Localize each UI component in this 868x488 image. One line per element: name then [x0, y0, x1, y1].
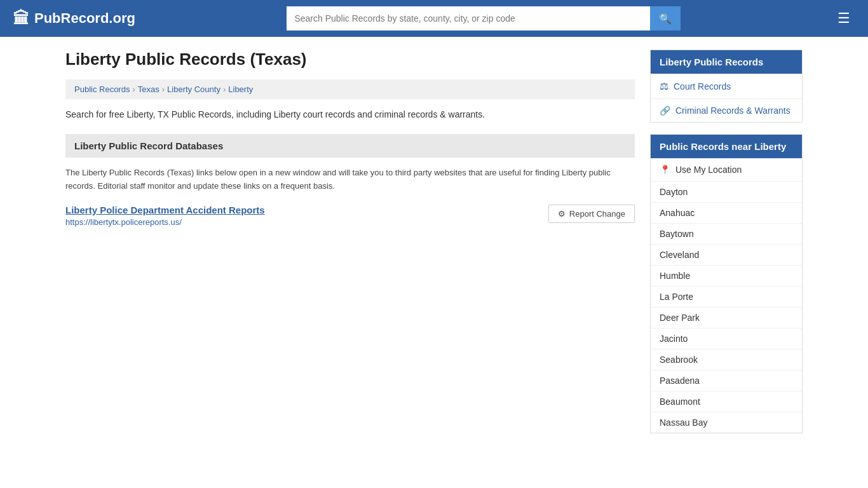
search-area: 🔍: [287, 6, 681, 30]
court-records-label: Court Records: [674, 81, 731, 92]
criminal-records-label: Criminal Records & Warrants: [675, 105, 790, 116]
link-icon: 🔗: [660, 105, 670, 116]
search-button[interactable]: 🔍: [650, 6, 681, 30]
breadcrumb-link-liberty-county[interactable]: Liberty County: [167, 85, 220, 94]
use-location-item[interactable]: 📍 Use My Location: [651, 158, 802, 182]
databases-description: The Liberty Public Records (Texas) links…: [65, 166, 635, 193]
use-location-label: Use My Location: [675, 165, 742, 175]
nearby-records-box-content: 📍 Use My Location DaytonAnahuacBaytownCl…: [651, 158, 802, 433]
report-change-button[interactable]: ⚙ Report Change: [548, 205, 635, 223]
liberty-records-box-content: ⚖ Court Records 🔗 Criminal Records & War…: [651, 74, 802, 122]
logo-icon: 🏛: [13, 9, 29, 29]
scales-icon: ⚖: [660, 80, 668, 92]
record-entry: Liberty Police Department Accident Repor…: [65, 205, 635, 227]
sidebar-item-criminal-records[interactable]: 🔗 Criminal Records & Warrants: [651, 99, 802, 122]
nearby-city-item[interactable]: Dayton: [651, 182, 802, 203]
record-info: Liberty Police Department Accident Repor…: [65, 205, 265, 227]
location-pin-icon: 📍: [660, 165, 670, 175]
nearby-records-box: Public Records near Liberty 📍 Use My Loc…: [650, 134, 803, 433]
search-input[interactable]: [287, 6, 650, 30]
nearby-city-item[interactable]: Humble: [651, 266, 802, 287]
report-change-icon: ⚙: [558, 209, 566, 219]
nearby-city-item[interactable]: Pasadena: [651, 370, 802, 391]
record-title-link[interactable]: Liberty Police Department Accident Repor…: [65, 205, 265, 215]
site-header: 🏛 PubRecord.org 🔍 ☰: [0, 0, 868, 37]
logo-text: PubRecord.org: [34, 10, 135, 27]
breadcrumb-link-liberty[interactable]: Liberty: [228, 85, 253, 94]
nearby-city-item[interactable]: La Porte: [651, 287, 802, 308]
liberty-records-box: Liberty Public Records ⚖ Court Records 🔗…: [650, 50, 803, 123]
site-logo[interactable]: 🏛 PubRecord.org: [13, 9, 135, 29]
record-url-link[interactable]: https://libertytx.policereports.us/: [65, 217, 265, 227]
nearby-city-item[interactable]: Beaumont: [651, 391, 802, 412]
breadcrumb-link-public-records[interactable]: Public Records: [74, 85, 130, 94]
sidebar: Liberty Public Records ⚖ Court Records 🔗…: [650, 50, 803, 445]
breadcrumb-link-texas[interactable]: Texas: [138, 85, 159, 94]
page-description: Search for free Liberty, TX Public Recor…: [65, 108, 635, 121]
nearby-city-item[interactable]: Seabrook: [651, 349, 802, 370]
nearby-city-item[interactable]: Jacinto: [651, 329, 802, 349]
menu-button[interactable]: ☰: [832, 8, 855, 29]
breadcrumb: Public Records › Texas › Liberty County …: [65, 79, 635, 99]
databases-section-header: Liberty Public Record Databases: [65, 134, 635, 158]
main-content: Liberty Public Records (Texas) Public Re…: [65, 50, 635, 445]
report-change-label: Report Change: [569, 209, 625, 219]
nearby-city-item[interactable]: Anahuac: [651, 203, 802, 224]
nearby-city-item[interactable]: Cleveland: [651, 245, 802, 266]
liberty-records-box-title: Liberty Public Records: [651, 50, 802, 74]
main-container: Liberty Public Records (Texas) Public Re…: [53, 37, 815, 458]
sidebar-item-court-records[interactable]: ⚖ Court Records: [651, 74, 802, 99]
nearby-city-item[interactable]: Nassau Bay: [651, 412, 802, 433]
nearby-city-item[interactable]: Deer Park: [651, 308, 802, 329]
page-title: Liberty Public Records (Texas): [65, 50, 635, 69]
nearby-cities-list: DaytonAnahuacBaytownClevelandHumbleLa Po…: [651, 182, 802, 433]
nearby-city-item[interactable]: Baytown: [651, 224, 802, 245]
nearby-records-box-title: Public Records near Liberty: [651, 135, 802, 158]
